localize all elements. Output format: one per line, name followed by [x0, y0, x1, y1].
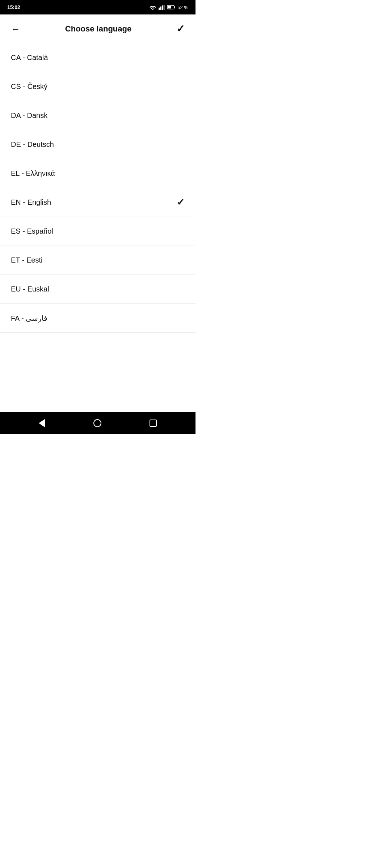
svg-rect-2	[160, 7, 162, 10]
back-button[interactable]: ←	[11, 24, 20, 34]
battery-level: 52 %	[177, 5, 188, 10]
page-title: Choose language	[20, 24, 176, 34]
status-bar: 15:02 52 %	[0, 0, 196, 14]
language-list: CA - CatalàCS - ČeskýDA - DanskDE - Deut…	[0, 43, 196, 333]
language-label: DA - Dansk	[11, 111, 47, 120]
language-label: EL - Ελληνικά	[11, 169, 55, 178]
status-time: 15:02	[7, 4, 20, 10]
language-label: CA - Català	[11, 54, 48, 62]
svg-rect-1	[159, 8, 160, 10]
svg-rect-3	[162, 5, 163, 10]
language-item[interactable]: EU - Euskal	[0, 275, 196, 304]
language-item[interactable]: ET - Eesti	[0, 246, 196, 275]
language-label: EN - English	[11, 198, 51, 207]
language-item[interactable]: EL - Ελληνικά	[0, 159, 196, 188]
language-label: CS - Český	[11, 82, 47, 91]
nav-back-button[interactable]	[39, 419, 45, 427]
language-item[interactable]: CA - Català	[0, 43, 196, 72]
language-label: ET - Eesti	[11, 256, 42, 264]
confirm-button[interactable]: ✓	[176, 24, 185, 34]
language-item[interactable]: ES - Español	[0, 217, 196, 246]
nav-home-button[interactable]	[93, 419, 101, 427]
language-label: ES - Español	[11, 227, 53, 235]
status-icons: 52 %	[149, 5, 188, 10]
svg-point-0	[152, 9, 154, 10]
svg-rect-6	[175, 7, 175, 8]
language-item[interactable]: CS - Český	[0, 72, 196, 101]
app-header: ← Choose language ✓	[0, 14, 196, 43]
navigation-bar	[0, 412, 196, 434]
svg-rect-4	[164, 5, 165, 10]
battery-icon	[167, 5, 175, 9]
language-item[interactable]: EN - English✓	[0, 188, 196, 217]
signal-icon	[159, 5, 165, 10]
wifi-icon	[149, 5, 156, 10]
language-label: EU - Euskal	[11, 285, 49, 293]
language-label: FA - فارسی	[11, 314, 47, 323]
nav-recents-button[interactable]	[150, 420, 157, 427]
language-item[interactable]: DA - Dansk	[0, 101, 196, 130]
svg-rect-7	[168, 6, 171, 9]
language-label: DE - Deutsch	[11, 140, 54, 149]
selected-check-icon: ✓	[177, 197, 185, 208]
language-item[interactable]: FA - فارسی	[0, 304, 196, 333]
language-item[interactable]: DE - Deutsch	[0, 130, 196, 159]
